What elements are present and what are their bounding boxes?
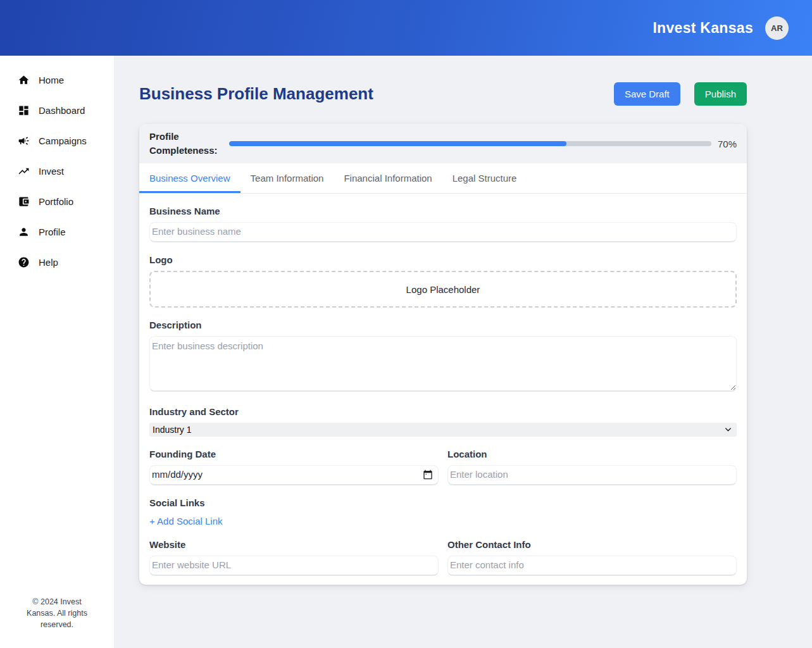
description-field: Description bbox=[149, 320, 737, 394]
user-avatar[interactable]: AR bbox=[765, 16, 789, 40]
other-contact-label: Other Contact Info bbox=[447, 539, 737, 550]
social-links-label: Social Links bbox=[149, 497, 737, 508]
profile-card: Profile Completeness: 70% Business Overv… bbox=[139, 124, 747, 585]
app-header: Invest Kansas AR bbox=[0, 0, 812, 56]
sidebar-item-label: Invest bbox=[39, 166, 64, 177]
completeness-label: Profile Completeness: bbox=[149, 130, 219, 158]
website-input[interactable] bbox=[149, 556, 439, 576]
logo-placeholder-text: Logo Placeholder bbox=[406, 284, 480, 295]
sidebar-footer: © 2024 Invest Kansas. All rights reserve… bbox=[0, 596, 114, 648]
trending-up-icon bbox=[18, 165, 30, 177]
profile-completeness-section: Profile Completeness: 70% bbox=[139, 124, 747, 163]
sidebar-item-label: Dashboard bbox=[39, 105, 85, 116]
sidebar-item-label: Portfolio bbox=[39, 196, 73, 207]
sidebar-item-portfolio[interactable]: Portfolio bbox=[0, 186, 114, 216]
sidebar-item-label: Campaigns bbox=[39, 135, 87, 146]
progress-fill bbox=[229, 141, 566, 146]
founding-date-input[interactable]: mm/dd/yyyy bbox=[149, 465, 439, 485]
website-contact-row: Website Other Contact Info bbox=[149, 539, 737, 576]
sidebar-item-dashboard[interactable]: Dashboard bbox=[0, 95, 114, 125]
industry-label: Industry and Sector bbox=[149, 406, 737, 417]
founding-date-value: mm/dd/yyyy bbox=[152, 469, 203, 480]
industry-field: Industry and Sector Industry 1 bbox=[149, 406, 737, 437]
location-input[interactable] bbox=[447, 465, 737, 485]
tab-team-information[interactable]: Team Information bbox=[240, 163, 334, 193]
founding-date-field: Founding Date mm/dd/yyyy bbox=[149, 449, 439, 485]
website-field: Website bbox=[149, 539, 439, 576]
app-brand: Invest Kansas bbox=[653, 20, 753, 37]
page-title: Business Profile Management bbox=[139, 84, 373, 104]
page-header: Business Profile Management Save Draft P… bbox=[139, 82, 747, 106]
copyright-text: © 2024 Invest Kansas. All rights reserve… bbox=[24, 596, 90, 630]
other-contact-input[interactable] bbox=[447, 556, 737, 576]
page-actions: Save Draft Publish bbox=[614, 82, 747, 106]
logo-field: Logo Logo Placeholder bbox=[149, 254, 737, 308]
save-draft-button[interactable]: Save Draft bbox=[614, 82, 680, 106]
date-location-row: Founding Date mm/dd/yyyy Location bbox=[149, 449, 737, 485]
sidebar-item-label: Home bbox=[39, 75, 64, 85]
business-name-label: Business Name bbox=[149, 206, 737, 216]
tab-legal-structure[interactable]: Legal Structure bbox=[442, 163, 527, 193]
business-overview-form: Business Name Logo Logo Placeholder Desc… bbox=[139, 194, 747, 585]
main-content: Business Profile Management Save Draft P… bbox=[114, 56, 812, 585]
founding-date-label: Founding Date bbox=[149, 449, 439, 459]
publish-button[interactable]: Publish bbox=[694, 82, 747, 106]
social-links-field: Social Links + Add Social Link bbox=[149, 497, 737, 527]
add-social-link[interactable]: + Add Social Link bbox=[149, 516, 223, 526]
website-label: Website bbox=[149, 539, 439, 550]
location-field: Location bbox=[447, 449, 737, 485]
sidebar-item-home[interactable]: Home bbox=[0, 65, 114, 95]
logo-label: Logo bbox=[149, 254, 737, 265]
other-contact-field: Other Contact Info bbox=[447, 539, 737, 576]
sidebar-item-help[interactable]: Help bbox=[0, 247, 114, 277]
industry-select[interactable]: Industry 1 bbox=[149, 423, 737, 437]
description-textarea[interactable] bbox=[149, 336, 737, 392]
completeness-percent: 70% bbox=[716, 139, 737, 149]
location-label: Location bbox=[447, 449, 737, 459]
business-name-input[interactable] bbox=[149, 222, 737, 242]
help-icon bbox=[18, 256, 30, 268]
megaphone-icon bbox=[18, 135, 30, 147]
sidebar-item-label: Profile bbox=[39, 227, 66, 237]
sidebar-item-campaigns[interactable]: Campaigns bbox=[0, 125, 114, 156]
home-icon bbox=[18, 74, 30, 86]
description-label: Description bbox=[149, 320, 737, 330]
person-icon bbox=[18, 226, 30, 238]
profile-tabs: Business Overview Team Information Finan… bbox=[139, 163, 747, 194]
sidebar: Home Dashboard Campaigns Invest Portfoli… bbox=[0, 56, 114, 648]
wallet-icon bbox=[18, 196, 30, 208]
logo-upload-area[interactable]: Logo Placeholder bbox=[149, 271, 737, 308]
sidebar-item-invest[interactable]: Invest bbox=[0, 156, 114, 186]
business-name-field: Business Name bbox=[149, 206, 737, 242]
tab-financial-information[interactable]: Financial Information bbox=[334, 163, 442, 193]
tab-business-overview[interactable]: Business Overview bbox=[139, 163, 240, 193]
sidebar-item-profile[interactable]: Profile bbox=[0, 216, 114, 247]
sidebar-item-label: Help bbox=[39, 257, 58, 268]
calendar-icon[interactable] bbox=[423, 470, 433, 480]
dashboard-icon bbox=[18, 104, 30, 116]
completeness-progress-bar bbox=[229, 141, 711, 146]
